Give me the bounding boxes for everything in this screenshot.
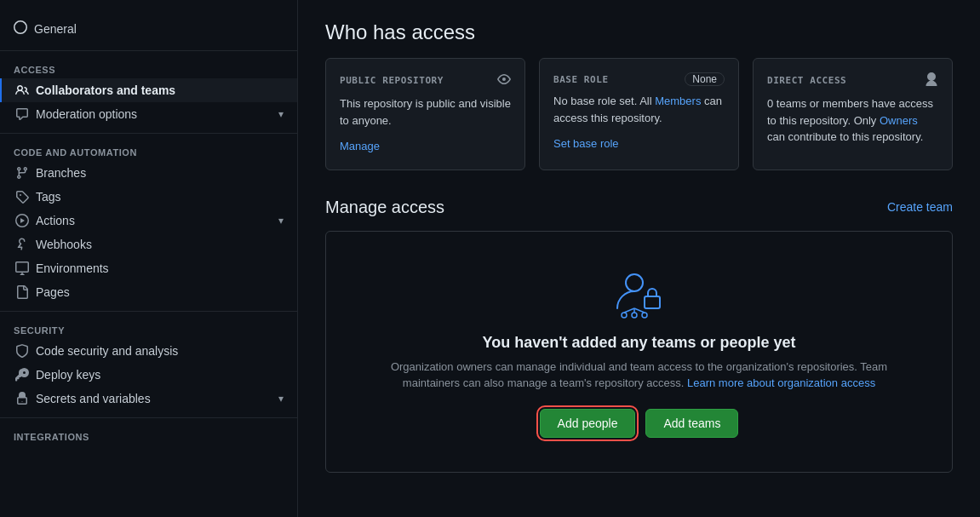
empty-state-description: Organization owners can manage individua… bbox=[384, 359, 895, 392]
manage-access-header: Manage access Create team bbox=[325, 198, 953, 217]
sidebar-item-collaborators[interactable]: Collaborators and teams bbox=[0, 78, 297, 102]
sidebar-collaborators-label: Collaborators and teams bbox=[36, 83, 175, 97]
sidebar-section-access: Access bbox=[0, 58, 297, 78]
svg-rect-1 bbox=[645, 296, 660, 308]
comment-icon bbox=[15, 107, 29, 121]
members-link[interactable]: Members bbox=[655, 95, 701, 107]
sidebar-deploy-keys-label: Deploy keys bbox=[36, 368, 100, 382]
card-body-public: This repository is public and visible to… bbox=[340, 95, 511, 129]
empty-state-title: You haven't added any teams or people ye… bbox=[347, 334, 931, 352]
sidebar-divider-top bbox=[0, 50, 297, 51]
card-type-base-role: BASE ROLE bbox=[553, 74, 609, 85]
actions-chevron-icon: ▾ bbox=[278, 215, 284, 227]
moderation-chevron-icon: ▾ bbox=[278, 108, 284, 120]
tag-icon bbox=[15, 190, 29, 204]
sidebar-item-tags[interactable]: Tags bbox=[0, 185, 297, 209]
svg-point-2 bbox=[632, 313, 637, 318]
card-type-public: PUBLIC REPOSITORY bbox=[340, 75, 444, 86]
sidebar-moderation-label: Moderation options bbox=[36, 107, 137, 121]
create-team-link[interactable]: Create team bbox=[887, 200, 953, 214]
main-content: Who has access PUBLIC REPOSITORY This re… bbox=[298, 0, 980, 517]
empty-state-actions: Add people Add teams bbox=[347, 409, 931, 438]
base-role-badge: None bbox=[685, 72, 725, 86]
sidebar-divider-code bbox=[0, 311, 297, 312]
pages-icon bbox=[15, 285, 29, 299]
base-role-card: BASE ROLE None No base role set. All Mem… bbox=[539, 58, 739, 170]
key-icon bbox=[15, 368, 29, 382]
access-cards: PUBLIC REPOSITORY This repository is pub… bbox=[325, 58, 953, 170]
sidebar-divider-access bbox=[0, 133, 297, 134]
sidebar-code-security-label: Code security and analysis bbox=[36, 344, 178, 358]
person-icon bbox=[925, 72, 938, 89]
actions-icon bbox=[15, 214, 29, 227]
sidebar-item-branches[interactable]: Branches bbox=[0, 161, 297, 185]
sidebar-item-webhooks[interactable]: Webhooks bbox=[0, 233, 297, 256]
sidebar-item-general-label: General bbox=[34, 22, 77, 36]
sidebar-item-actions[interactable]: Actions ▾ bbox=[0, 209, 297, 233]
empty-state-icon bbox=[347, 266, 931, 320]
card-body-direct: 0 teams or members have access to this r… bbox=[767, 95, 938, 146]
sidebar-item-deploy-keys[interactable]: Deploy keys bbox=[0, 363, 297, 387]
direct-access-card: DIRECT ACCESS 0 teams or members have ac… bbox=[753, 58, 953, 170]
manage-link[interactable]: Manage bbox=[340, 140, 380, 152]
secrets-chevron-icon: ▾ bbox=[278, 393, 284, 405]
manage-access-title: Manage access bbox=[325, 198, 444, 217]
sidebar-section-security: Security bbox=[0, 319, 297, 339]
sidebar-environments-label: Environments bbox=[36, 261, 109, 275]
sidebar-branches-label: Branches bbox=[36, 166, 86, 180]
empty-state-box: You haven't added any teams or people ye… bbox=[325, 231, 953, 473]
card-type-direct: DIRECT ACCESS bbox=[767, 75, 846, 86]
svg-point-4 bbox=[642, 313, 647, 318]
sidebar-item-code-security[interactable]: Code security and analysis bbox=[0, 339, 297, 363]
public-repo-card: PUBLIC REPOSITORY This repository is pub… bbox=[325, 58, 525, 170]
sidebar-secrets-label: Secrets and variables bbox=[36, 392, 151, 405]
add-people-button[interactable]: Add people bbox=[540, 409, 636, 438]
add-teams-button[interactable]: Add teams bbox=[645, 409, 738, 438]
page-title: Who has access bbox=[325, 20, 953, 44]
sidebar-section-code: Code and automation bbox=[0, 141, 297, 161]
svg-point-0 bbox=[626, 274, 643, 291]
lock-icon bbox=[15, 392, 29, 405]
card-header-public: PUBLIC REPOSITORY bbox=[340, 72, 511, 89]
sidebar-section-integrations: Integrations bbox=[0, 425, 297, 445]
gear-icon bbox=[14, 20, 27, 37]
sidebar-tags-label: Tags bbox=[36, 190, 61, 204]
svg-point-3 bbox=[622, 313, 627, 318]
git-branch-icon bbox=[15, 166, 29, 180]
svg-line-6 bbox=[624, 308, 634, 313]
sidebar-item-general[interactable]: General bbox=[0, 14, 297, 43]
sidebar-item-pages[interactable]: Pages bbox=[0, 280, 297, 304]
sidebar-webhooks-label: Webhooks bbox=[36, 238, 92, 251]
sidebar-item-secrets[interactable]: Secrets and variables ▾ bbox=[0, 387, 297, 411]
eye-icon bbox=[497, 72, 511, 89]
svg-line-7 bbox=[634, 308, 645, 313]
people-icon bbox=[15, 83, 29, 97]
shield-icon bbox=[15, 344, 29, 358]
card-header-direct: DIRECT ACCESS bbox=[767, 72, 938, 89]
environments-icon bbox=[15, 261, 29, 275]
card-header-base-role: BASE ROLE None bbox=[553, 72, 725, 86]
sidebar-actions-label: Actions bbox=[36, 214, 75, 227]
sidebar-item-environments[interactable]: Environments bbox=[0, 256, 297, 280]
owners-link[interactable]: Owners bbox=[880, 114, 918, 127]
sidebar-divider-security bbox=[0, 417, 297, 418]
webhook-icon bbox=[15, 238, 29, 251]
card-body-base-role: No base role set. All Members can access… bbox=[553, 93, 725, 126]
sidebar-item-moderation[interactable]: Moderation options ▾ bbox=[0, 102, 297, 126]
set-base-role-link[interactable]: Set base role bbox=[553, 137, 619, 150]
sidebar: General Access Collaborators and teams M… bbox=[0, 0, 298, 517]
learn-more-link[interactable]: Learn more about organization access bbox=[687, 376, 875, 389]
sidebar-pages-label: Pages bbox=[36, 285, 70, 299]
